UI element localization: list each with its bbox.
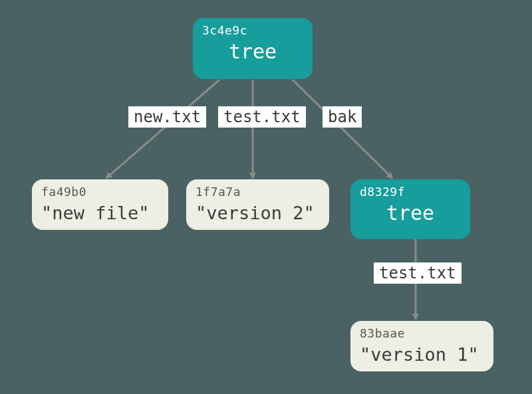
node-hash: d8329f [360,185,461,199]
node-content: "version 2" [196,203,320,223]
diagram-stage: 3c4e9c tree fa49b0 "new file" 1f7a7a "ve… [0,0,532,394]
node-hash: fa49b0 [41,185,159,199]
node-kind: tree [360,201,461,225]
node-bak-tree: d8329f tree [350,179,470,239]
edge-label-test-txt: test.txt [218,106,306,128]
edge-label-bak: bak [323,106,362,128]
node-hash: 3c4e9c [202,23,303,37]
node-blob-version-2: 1f7a7a "version 2" [186,179,329,230]
edge-label-bak-test-txt: test.txt [374,262,462,284]
node-hash: 83baae [360,326,484,340]
node-content: "new file" [41,203,159,223]
edge-label-new-txt: new.txt [128,106,206,128]
svg-line-0 [106,80,219,178]
node-kind: tree [202,40,303,63]
node-blob-version-1: 83baae "version 1" [350,321,493,371]
node-blob-new-file: fa49b0 "new file" [32,179,168,230]
node-hash: 1f7a7a [196,185,320,199]
svg-line-2 [293,80,392,178]
node-root-tree: 3c4e9c tree [193,18,313,79]
node-content: "version 1" [360,344,484,365]
